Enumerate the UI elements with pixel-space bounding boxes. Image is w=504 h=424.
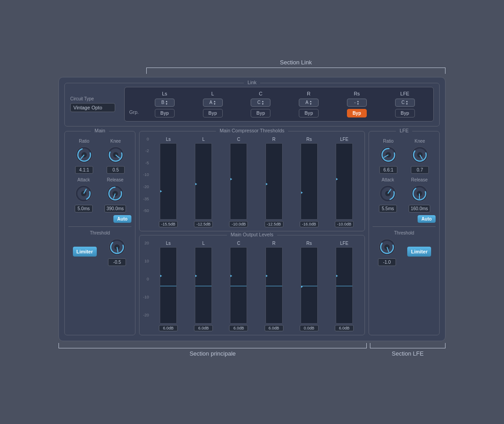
comp-meter-track[interactable] — [160, 143, 177, 220]
comp-meter-track[interactable] — [195, 143, 212, 220]
main-release-label: Release — [107, 177, 124, 182]
link-byp-btn-rs[interactable]: Byp — [347, 109, 367, 117]
comp-scale-label: -5 — [143, 161, 149, 165]
out-meter-track[interactable] — [160, 247, 177, 324]
comp-meter-value: -12.5dB — [265, 221, 284, 227]
out-channel-l: L6.0dB — [187, 241, 220, 331]
lfe-threshold-value: -1.0 — [378, 258, 396, 266]
link-grp-btn-ls[interactable]: B▲▼ — [155, 99, 175, 107]
main-limiter-btn[interactable]: Limiter — [73, 247, 97, 257]
comp-scale-label: -50 — [143, 208, 149, 213]
main-knee-knob[interactable] — [106, 145, 126, 165]
lfe-knee-knob[interactable] — [410, 145, 430, 165]
out-meter-marker — [266, 274, 268, 278]
comp-meter-marker — [195, 182, 197, 186]
compressor-title: Main Compressor Thresholds — [216, 128, 288, 133]
comp-meter-track[interactable] — [266, 143, 283, 220]
out-channel-r: R6.0dB — [257, 241, 291, 331]
comp-meter-track[interactable] — [336, 143, 353, 220]
comp-scale-label: -20 — [143, 185, 149, 189]
main-threshold-area: Threshold Limiter -0.5 — [68, 230, 131, 266]
out-meter-track[interactable] — [230, 247, 247, 324]
bottom-lfe-label: Section LFE — [392, 350, 424, 357]
link-channel-l: LA▲▼Byp — [189, 91, 237, 117]
main-knee-group: Knee 0.5 — [106, 139, 126, 174]
lfe-ratio-knob[interactable] — [378, 145, 398, 165]
lfe-auto-btn[interactable]: Auto — [418, 215, 436, 223]
comp-channel-l: L-12.5dB — [187, 137, 220, 227]
link-grp-btn-rs[interactable]: -▲▼ — [347, 99, 367, 107]
out-ch-label: L — [202, 241, 205, 246]
main-knee-label: Knee — [110, 139, 121, 144]
main-attack-release-row: Attack 5.0ms Release 390.0ms — [68, 177, 131, 212]
lfe-release-label: Release — [411, 177, 428, 182]
link-grp-btn-l[interactable]: A▲▼ — [203, 99, 223, 107]
out-meter-marker — [301, 284, 303, 289]
link-grp-btn-c[interactable]: C▲▼ — [251, 99, 270, 107]
lfe-release-group: Release 160.0ms — [409, 177, 430, 212]
section-link-label: Section Link — [280, 59, 312, 66]
lfe-threshold-knob[interactable] — [377, 237, 397, 257]
main-ratio-knob[interactable] — [74, 145, 94, 165]
comp-channel-c: C-10.0dB — [222, 137, 255, 227]
main-attack-knob[interactable] — [74, 184, 94, 203]
lfe-limiter-btn[interactable]: Limiter — [407, 247, 431, 257]
main-auto-btn[interactable]: Auto — [113, 215, 131, 223]
comp-scale-label: -35 — [143, 197, 149, 201]
link-byp-btn-lfe[interactable]: Byp — [395, 109, 415, 117]
comp-meter-track[interactable] — [230, 143, 247, 220]
comp-meter-value: -10.0dB — [335, 221, 354, 227]
out-scale-label: 0 — [143, 277, 149, 281]
lfe-threshold-label: Threshold — [394, 230, 414, 235]
lfe-knee-value: 0.7 — [411, 166, 429, 174]
link-byp-btn-r[interactable]: Byp — [299, 109, 319, 117]
out-ch-label: Rs — [306, 241, 312, 246]
link-byp-btn-ls[interactable]: Byp — [155, 109, 175, 117]
link-section: Link Circuit Type Vintage Opto Grp. LsB▲… — [64, 83, 440, 126]
out-scale-label: 10 — [143, 259, 149, 263]
out-ch-label: R — [272, 241, 275, 246]
lfe-attack-knob[interactable] — [378, 184, 398, 203]
out-meter-track[interactable] — [195, 247, 212, 324]
out-meter-track[interactable] — [301, 247, 318, 324]
lfe-ratio-label: Ratio — [383, 139, 393, 144]
out-meter-track[interactable] — [336, 247, 353, 324]
comp-channel-lfe: LFE-10.0dB — [328, 137, 361, 227]
out-channel-c: C6.0dB — [222, 241, 255, 331]
out-meter-marker — [195, 274, 197, 278]
lfe-release-value: 160.0ms — [409, 205, 430, 212]
comp-scale-label: -2 — [143, 149, 149, 153]
comp-meter-track[interactable] — [301, 143, 318, 220]
output-channels: Ls6.0dBL6.0dBC6.0dBR6.0dBRs0.0dBLFE6.0dB — [152, 241, 361, 331]
comp-scale-label: 0 — [143, 137, 149, 141]
link-grp-btn-lfe[interactable]: C▲▼ — [395, 99, 415, 107]
output-scale: 20100-10-20 — [143, 241, 150, 317]
out-meter-value: 6.0dB — [194, 325, 213, 331]
lfe-ratio-value: 6.6:1 — [379, 166, 397, 174]
link-grp-btn-r[interactable]: A▲▼ — [299, 99, 319, 107]
main-ratio-knee-row: Ratio 4.1:1 Knee 0.5 — [68, 139, 131, 174]
link-byp-btn-c[interactable]: Byp — [251, 109, 270, 117]
main-threshold-value: -0.5 — [108, 258, 126, 266]
comp-ch-label: LFE — [340, 137, 348, 142]
main-release-value: 390.0ms — [104, 205, 126, 212]
lfe-release-knob[interactable] — [410, 184, 429, 203]
main-ratio-value: 4.1:1 — [75, 166, 93, 174]
comp-meter-value: -16.0dB — [300, 221, 319, 227]
comp-scale-label: -10 — [143, 172, 149, 177]
out-meter-value: 6.0dB — [159, 325, 178, 331]
lfe-section: LFE Ratio 6.6:1 Knee — [369, 131, 440, 335]
link-channel-ls: LsB▲▼Byp — [140, 91, 189, 117]
link-byp-btn-l[interactable]: Byp — [203, 109, 223, 117]
out-zero-line — [336, 286, 352, 286]
link-channel-lfe: LFEC▲▼Byp — [381, 91, 429, 117]
out-zero-line — [230, 286, 247, 286]
output-title: Main Output Levels — [227, 232, 277, 237]
main-release-knob[interactable] — [105, 184, 125, 203]
link-channel-rs: Rs-▲▼Byp — [333, 91, 381, 117]
main-threshold-knob[interactable] — [107, 237, 127, 257]
circuit-type-select[interactable]: Vintage Opto — [70, 103, 115, 112]
output-meter-grid: 20100-10-20 Ls6.0dBL6.0dBC6.0dBR6.0dBRs0… — [143, 241, 361, 331]
out-meter-track[interactable] — [266, 247, 283, 324]
comp-ch-label: C — [237, 137, 240, 142]
